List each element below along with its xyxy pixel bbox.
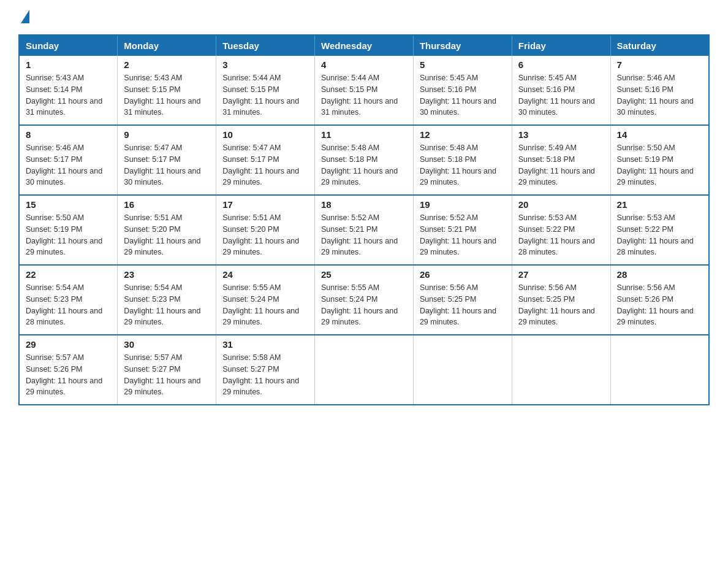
day-info: Sunrise: 5:51 AM Sunset: 5:20 PM Dayligh… bbox=[222, 212, 308, 258]
calendar-header-row: SundayMondayTuesdayWednesdayThursdayFrid… bbox=[19, 35, 709, 56]
daylight-label: Daylight: 11 hours and 30 minutes. bbox=[124, 167, 200, 187]
calendar-cell: 6 Sunrise: 5:45 AM Sunset: 5:16 PM Dayli… bbox=[512, 56, 610, 125]
day-number: 24 bbox=[222, 269, 308, 280]
sunset-label: Sunset: 5:19 PM bbox=[617, 155, 673, 164]
sunrise-label: Sunrise: 5:53 AM bbox=[518, 213, 577, 222]
calendar-week-row: 15 Sunrise: 5:50 AM Sunset: 5:19 PM Dayl… bbox=[19, 195, 709, 265]
daylight-label: Daylight: 11 hours and 29 minutes. bbox=[420, 237, 496, 257]
sunrise-label: Sunrise: 5:54 AM bbox=[124, 283, 182, 292]
calendar-week-row: 8 Sunrise: 5:46 AM Sunset: 5:17 PM Dayli… bbox=[19, 125, 709, 195]
sunset-label: Sunset: 5:25 PM bbox=[420, 295, 476, 304]
day-info: Sunrise: 5:48 AM Sunset: 5:18 PM Dayligh… bbox=[420, 142, 506, 188]
calendar-cell: 25 Sunrise: 5:55 AM Sunset: 5:24 PM Dayl… bbox=[315, 265, 414, 335]
daylight-label: Daylight: 11 hours and 31 minutes. bbox=[26, 97, 102, 117]
day-number: 9 bbox=[124, 129, 210, 140]
sunset-label: Sunset: 5:16 PM bbox=[617, 85, 673, 94]
sunset-label: Sunset: 5:17 PM bbox=[124, 155, 180, 164]
daylight-label: Daylight: 11 hours and 29 minutes. bbox=[617, 167, 694, 187]
daylight-label: Daylight: 11 hours and 31 minutes. bbox=[321, 97, 398, 117]
weekday-header-thursday: Thursday bbox=[413, 35, 512, 56]
sunrise-label: Sunrise: 5:52 AM bbox=[420, 213, 478, 222]
daylight-label: Daylight: 11 hours and 29 minutes. bbox=[222, 307, 299, 327]
day-number: 26 bbox=[420, 269, 506, 280]
weekday-header-friday: Friday bbox=[512, 35, 610, 56]
day-info: Sunrise: 5:52 AM Sunset: 5:21 PM Dayligh… bbox=[420, 212, 506, 258]
calendar-cell: 28 Sunrise: 5:56 AM Sunset: 5:26 PM Dayl… bbox=[610, 265, 709, 335]
day-info: Sunrise: 5:43 AM Sunset: 5:14 PM Dayligh… bbox=[26, 72, 111, 118]
calendar-cell: 7 Sunrise: 5:46 AM Sunset: 5:16 PM Dayli… bbox=[610, 56, 709, 125]
calendar-cell: 30 Sunrise: 5:57 AM Sunset: 5:27 PM Dayl… bbox=[118, 335, 216, 405]
daylight-label: Daylight: 11 hours and 29 minutes. bbox=[222, 167, 299, 187]
sunset-label: Sunset: 5:20 PM bbox=[222, 225, 279, 234]
sunrise-label: Sunrise: 5:55 AM bbox=[321, 283, 379, 292]
calendar-cell: 22 Sunrise: 5:54 AM Sunset: 5:23 PM Dayl… bbox=[19, 265, 118, 335]
sunrise-label: Sunrise: 5:52 AM bbox=[321, 213, 379, 222]
sunrise-label: Sunrise: 5:55 AM bbox=[222, 283, 281, 292]
sunrise-label: Sunrise: 5:46 AM bbox=[617, 74, 675, 82]
sunset-label: Sunset: 5:25 PM bbox=[518, 295, 575, 304]
weekday-header-tuesday: Tuesday bbox=[216, 35, 315, 56]
daylight-label: Daylight: 11 hours and 28 minutes. bbox=[617, 237, 694, 257]
day-number: 12 bbox=[420, 129, 506, 140]
daylight-label: Daylight: 11 hours and 29 minutes. bbox=[321, 307, 398, 327]
calendar-week-row: 22 Sunrise: 5:54 AM Sunset: 5:23 PM Dayl… bbox=[19, 265, 709, 335]
calendar-cell: 31 Sunrise: 5:58 AM Sunset: 5:27 PM Dayl… bbox=[216, 335, 315, 405]
daylight-label: Daylight: 11 hours and 29 minutes. bbox=[518, 307, 595, 327]
day-number: 27 bbox=[518, 269, 604, 280]
day-info: Sunrise: 5:53 AM Sunset: 5:22 PM Dayligh… bbox=[617, 212, 702, 258]
sunrise-label: Sunrise: 5:44 AM bbox=[222, 74, 281, 82]
sunrise-label: Sunrise: 5:47 AM bbox=[222, 144, 281, 152]
sunrise-label: Sunrise: 5:48 AM bbox=[321, 144, 379, 152]
day-number: 13 bbox=[518, 129, 604, 140]
daylight-label: Daylight: 11 hours and 29 minutes. bbox=[420, 307, 496, 327]
sunset-label: Sunset: 5:14 PM bbox=[26, 85, 82, 94]
sunset-label: Sunset: 5:19 PM bbox=[26, 225, 82, 234]
day-info: Sunrise: 5:54 AM Sunset: 5:23 PM Dayligh… bbox=[26, 282, 111, 328]
daylight-label: Daylight: 11 hours and 28 minutes. bbox=[26, 307, 102, 327]
sunset-label: Sunset: 5:15 PM bbox=[222, 85, 279, 94]
sunset-label: Sunset: 5:23 PM bbox=[124, 295, 180, 304]
day-info: Sunrise: 5:46 AM Sunset: 5:17 PM Dayligh… bbox=[26, 142, 111, 188]
day-number: 15 bbox=[26, 199, 111, 210]
daylight-label: Daylight: 11 hours and 28 minutes. bbox=[518, 237, 595, 257]
day-number: 21 bbox=[617, 199, 702, 210]
weekday-header-monday: Monday bbox=[118, 35, 216, 56]
daylight-label: Daylight: 11 hours and 29 minutes. bbox=[26, 237, 102, 257]
calendar-cell: 11 Sunrise: 5:48 AM Sunset: 5:18 PM Dayl… bbox=[315, 125, 414, 195]
calendar-cell: 24 Sunrise: 5:55 AM Sunset: 5:24 PM Dayl… bbox=[216, 265, 315, 335]
calendar-week-row: 29 Sunrise: 5:57 AM Sunset: 5:26 PM Dayl… bbox=[19, 335, 709, 405]
day-number: 5 bbox=[420, 59, 506, 70]
day-number: 17 bbox=[222, 199, 308, 210]
sunrise-label: Sunrise: 5:56 AM bbox=[518, 283, 577, 292]
day-number: 30 bbox=[124, 339, 210, 350]
sunset-label: Sunset: 5:22 PM bbox=[518, 225, 575, 234]
day-number: 18 bbox=[321, 199, 407, 210]
sunset-label: Sunset: 5:18 PM bbox=[420, 155, 476, 164]
day-info: Sunrise: 5:44 AM Sunset: 5:15 PM Dayligh… bbox=[321, 72, 407, 118]
calendar-cell bbox=[512, 335, 610, 405]
daylight-label: Daylight: 11 hours and 29 minutes. bbox=[222, 377, 299, 397]
daylight-label: Daylight: 11 hours and 29 minutes. bbox=[124, 237, 200, 257]
day-number: 4 bbox=[321, 59, 407, 70]
calendar-cell: 26 Sunrise: 5:56 AM Sunset: 5:25 PM Dayl… bbox=[413, 265, 512, 335]
sunrise-label: Sunrise: 5:45 AM bbox=[518, 74, 577, 82]
day-info: Sunrise: 5:57 AM Sunset: 5:26 PM Dayligh… bbox=[26, 352, 111, 398]
sunrise-label: Sunrise: 5:53 AM bbox=[617, 213, 675, 222]
calendar-cell: 29 Sunrise: 5:57 AM Sunset: 5:26 PM Dayl… bbox=[19, 335, 118, 405]
weekday-header-wednesday: Wednesday bbox=[315, 35, 414, 56]
day-number: 29 bbox=[26, 339, 111, 350]
sunrise-label: Sunrise: 5:54 AM bbox=[26, 283, 84, 292]
calendar-cell: 8 Sunrise: 5:46 AM Sunset: 5:17 PM Dayli… bbox=[19, 125, 118, 195]
sunrise-label: Sunrise: 5:51 AM bbox=[124, 213, 182, 222]
calendar-cell: 21 Sunrise: 5:53 AM Sunset: 5:22 PM Dayl… bbox=[610, 195, 709, 265]
page-header bbox=[18, 12, 710, 22]
sunset-label: Sunset: 5:15 PM bbox=[124, 85, 180, 94]
daylight-label: Daylight: 11 hours and 29 minutes. bbox=[26, 377, 102, 397]
calendar-table: SundayMondayTuesdayWednesdayThursdayFrid… bbox=[18, 34, 710, 405]
day-number: 25 bbox=[321, 269, 407, 280]
sunrise-label: Sunrise: 5:46 AM bbox=[26, 144, 84, 152]
sunset-label: Sunset: 5:23 PM bbox=[26, 295, 82, 304]
calendar-cell: 17 Sunrise: 5:51 AM Sunset: 5:20 PM Dayl… bbox=[216, 195, 315, 265]
day-info: Sunrise: 5:52 AM Sunset: 5:21 PM Dayligh… bbox=[321, 212, 407, 258]
day-info: Sunrise: 5:50 AM Sunset: 5:19 PM Dayligh… bbox=[617, 142, 702, 188]
